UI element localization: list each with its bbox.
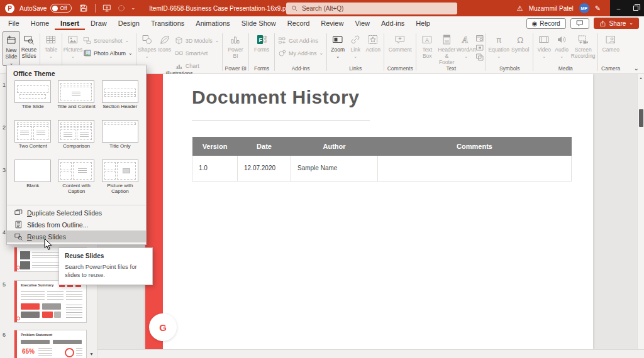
tab-view[interactable]: View <box>349 16 375 30</box>
slide-6-thumbnail[interactable]: Problem Statement 65% <box>14 330 87 358</box>
cell-comments[interactable] <box>378 156 572 181</box>
tab-animations[interactable]: Animations <box>190 16 235 30</box>
slide-5-thumbnail[interactable]: Executive Summary <box>14 280 87 323</box>
reuse-slides-button[interactable]: Reuse Slides <box>20 31 38 60</box>
pen-tools-icon[interactable]: ✎ <box>595 4 601 13</box>
symbol-omega-icon: Ω <box>517 33 523 46</box>
tab-insert[interactable]: Insert <box>55 16 85 30</box>
thumbnails-scroll-down-icon[interactable]: ▼ <box>89 352 94 356</box>
thumbnail-stat: 65% <box>22 348 35 355</box>
comment-button[interactable]: Comment <box>386 31 414 53</box>
layout-title-only[interactable]: Title Only <box>101 120 140 157</box>
mouse-cursor-icon <box>44 238 53 251</box>
document-history-table[interactable]: Version Date Author Comments 1.0 12.07.2… <box>192 137 572 182</box>
logo-badge: G <box>149 313 177 341</box>
new-slide-button[interactable]: New Slide ⌄ <box>3 31 20 66</box>
forms-button[interactable]: F Forms <box>251 31 272 53</box>
wordart-icon: A <box>460 33 472 46</box>
date-time-button[interactable] <box>476 35 484 42</box>
cell-author[interactable]: Sample Name <box>291 156 378 181</box>
tab-design[interactable]: Design <box>113 16 145 30</box>
layout-two-content[interactable]: Two Content <box>13 120 52 157</box>
layout-preview <box>58 120 94 143</box>
wordart-button[interactable]: A WordArt ⌄ <box>457 31 475 58</box>
layout-title-and-content[interactable]: Title and Content <box>57 80 96 117</box>
customize-quick-access-icon[interactable] <box>117 4 126 13</box>
cameo-button[interactable]: Cameo <box>600 31 621 53</box>
video-icon <box>538 33 550 46</box>
vertical-scrollbar[interactable]: ▴ <box>637 74 644 349</box>
text-box-button[interactable]: A Text Box <box>418 31 436 60</box>
reuse-slides-item[interactable]: Reuse Slides <box>7 231 146 242</box>
shapes-button[interactable]: Shapes ⌄ <box>138 31 156 58</box>
my-add-ins-button[interactable]: My Add-ins ⌄ <box>278 48 323 58</box>
comments-button[interactable] <box>570 18 589 29</box>
slide-title[interactable]: Document History <box>192 87 359 108</box>
cameo-icon <box>605 33 616 46</box>
tab-draw[interactable]: Draw <box>85 16 113 30</box>
layout-section-header[interactable]: Section Header <box>101 80 140 117</box>
tab-slide-show[interactable]: Slide Show <box>236 16 282 30</box>
get-add-ins-button[interactable]: Get Add-ins <box>278 36 323 45</box>
tab-file[interactable]: File <box>3 16 25 30</box>
layout-blank[interactable]: Blank <box>13 160 52 202</box>
slide-editor[interactable]: G Document History Version Date Author C… <box>145 74 593 349</box>
present-from-beginning-button[interactable] <box>103 4 111 13</box>
tab-record[interactable]: Record <box>282 16 315 30</box>
new-slide-icon <box>6 34 17 46</box>
tab-help[interactable]: Help <box>410 16 436 30</box>
table-button[interactable]: Table ⌄ <box>42 31 60 58</box>
share-button[interactable]: Share ⌄ <box>594 18 639 29</box>
zoom-button[interactable]: Zoom ⌄ <box>329 31 347 58</box>
mini-logo-icon <box>16 266 20 269</box>
cell-date[interactable]: 12.07.2020 <box>238 156 291 181</box>
chart-button[interactable]: Chart <box>175 61 219 70</box>
link-button[interactable]: Link ⌄ <box>347 31 364 58</box>
collapse-ribbon-icon[interactable]: ⌄ <box>634 65 639 72</box>
slides-from-outline-item[interactable]: Slides from Outline... <box>7 219 146 231</box>
pictures-button[interactable]: Pictures ⌄ <box>64 31 82 58</box>
layout-preview <box>14 160 51 182</box>
photo-album-button[interactable]: Photo Album ⌄ <box>83 48 133 58</box>
slide-number-button[interactable] <box>476 44 484 52</box>
audio-button[interactable]: Audio ⌄ <box>553 31 570 58</box>
scrollbar-thumb[interactable] <box>639 109 643 127</box>
slide-number-1: 1 <box>3 82 6 88</box>
video-button[interactable]: Video ⌄ <box>535 31 553 58</box>
layout-picture-with-caption[interactable]: Picture with Caption <box>101 160 140 202</box>
search-placeholder: Search (Alt+Q) <box>302 5 343 12</box>
layout-comparison[interactable]: Comparison <box>57 120 96 157</box>
tab-review[interactable]: Review <box>315 16 349 30</box>
save-button[interactable] <box>79 4 88 13</box>
scrollbar-up-icon[interactable]: ▴ <box>638 75 644 80</box>
power-bi-button[interactable]: Power BI <box>225 31 246 60</box>
tab-add-ins[interactable]: Add-ins <box>375 16 410 30</box>
ribbon-tabs: File Home Insert Draw Design Transitions… <box>0 16 644 30</box>
header-footer-button[interactable]: Header & Footer <box>436 31 457 65</box>
tab-home[interactable]: Home <box>25 16 55 30</box>
cell-version[interactable]: 1.0 <box>192 156 238 181</box>
equation-button[interactable]: π Equation ⌄ <box>488 31 509 58</box>
minimize-button[interactable]: – <box>610 0 627 16</box>
action-button[interactable]: Action <box>364 31 382 53</box>
autosave-label: AutoSave <box>19 5 47 12</box>
smartart-button[interactable]: SmartArt <box>175 48 219 58</box>
icons-button[interactable]: Icons <box>156 31 174 53</box>
autosave-toggle[interactable]: Off <box>50 4 71 13</box>
restore-button[interactable] <box>627 0 644 16</box>
layout-title-slide[interactable]: Title Slide <box>13 80 52 117</box>
screenshot-button[interactable]: Screenshot ⌄ <box>83 36 133 45</box>
layout-content-with-caption[interactable]: Content with Caption <box>57 160 96 202</box>
symbol-button[interactable]: Ω Symbol <box>509 31 531 53</box>
object-button[interactable] <box>476 53 484 61</box>
avatar[interactable]: MP <box>579 3 589 13</box>
tab-transitions[interactable]: Transitions <box>145 16 190 30</box>
screen-recording-button[interactable]: Screen Recording <box>570 31 596 60</box>
3d-models-button[interactable]: 3D Models ⌄ <box>175 36 219 45</box>
duplicate-slides-icon <box>14 209 23 217</box>
quick-access-caret-icon[interactable]: ⌄ <box>131 6 136 11</box>
search-input[interactable]: Search (Alt+Q) <box>286 3 457 14</box>
powerpoint-window: P AutoSave Off ⌄ ItemID-6658-Business Ca… <box>0 0 644 358</box>
record-button[interactable]: ◉ Record <box>526 18 566 29</box>
warning-icon[interactable]: ⚠ <box>517 4 523 13</box>
